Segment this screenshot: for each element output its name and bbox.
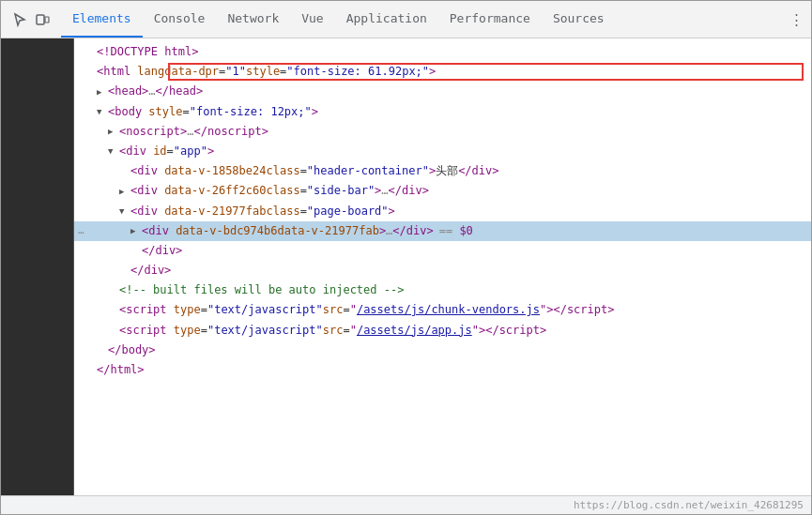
tab-vue[interactable]: Vue [290,1,334,38]
line-close-html: </html> [74,360,811,380]
tab-console[interactable]: Console [143,1,217,38]
line-bdc974[interactable]: … <div data-v-bdc974b6 data-v-21977fab>…… [74,221,811,241]
left-sidebar [1,38,74,495]
line-script-vendors: <script type="text/javascript" src="/ass… [74,300,811,320]
line-header-container: <div data-v-1858be24 class="header-conta… [74,161,811,181]
tab-network[interactable]: Network [216,1,290,38]
svg-rect-0 [37,15,44,24]
svg-rect-1 [45,17,49,23]
status-url: https://blog.csdn.net/weixin_42681295 [574,499,804,511]
line-comment: <!-- built files will be auto injected -… [74,280,811,300]
line-sidebar-div[interactable]: <div data-v-26ff2c60 class="side-bar">…<… [74,181,811,201]
tab-sources[interactable]: Sources [542,1,616,38]
line-close-app: </div> [74,261,811,280]
line-pageboard[interactable]: <div data-v-21977fab class="page-board"> [74,202,811,221]
three-dots-indicator: … [74,222,84,239]
line-body[interactable]: <body style="font-size: 12px;"> [74,102,811,122]
elements-panel[interactable]: <!DOCTYPE html> <html lang data-dpr="1" … [74,38,811,495]
line-doctype: <!DOCTYPE html> [74,42,811,62]
line-script-app: <script type="text/javascript" src="/ass… [74,321,811,341]
devtools-toolbar: Elements Console Network Vue Application… [1,1,811,38]
devtools-tabs: Elements Console Network Vue Application… [61,1,785,38]
status-bar: https://blog.csdn.net/weixin_42681295 [1,495,811,514]
dollar-zero: $0 [459,222,472,240]
settings-icon[interactable]: ⋮ [785,8,807,31]
devtools-window: Elements Console Network Vue Application… [0,0,812,515]
main-content: <!DOCTYPE html> <html lang data-dpr="1" … [1,38,811,495]
tab-application[interactable]: Application [335,1,438,38]
line-head[interactable]: <head>…</head> [74,82,811,101]
line-close-pageboard: </div> [74,241,811,261]
line-close-body: </body> [74,341,811,360]
line-div-app[interactable]: <div id="app"> [74,142,811,161]
line-html: <html lang data-dpr="1" style="font-size… [74,62,811,82]
cursor-icon[interactable] [10,10,29,29]
tab-performance[interactable]: Performance [438,1,542,38]
device-icon[interactable] [33,10,52,29]
script-vendors-link[interactable]: /assets/js/chunk-vendors.js [357,301,540,319]
script-app-link[interactable]: /assets/js/app.js [357,322,472,340]
toolbar-icons [5,10,57,29]
tab-elements[interactable]: Elements [61,1,143,38]
eq-sign: == [439,222,460,240]
line-noscript[interactable]: <noscript>…</noscript> [74,122,811,142]
